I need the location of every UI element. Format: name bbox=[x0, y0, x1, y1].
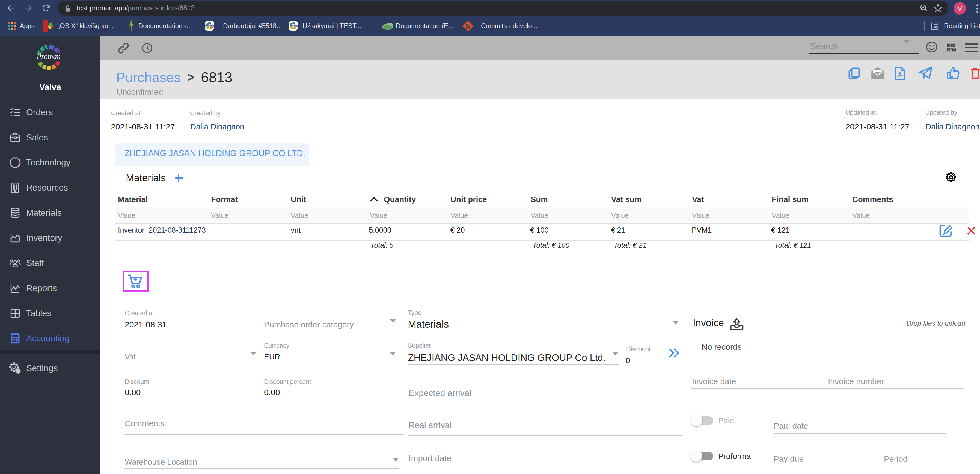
svg-text:Proman: Proman bbox=[36, 52, 60, 60]
svg-text:Proman: Proman bbox=[205, 24, 214, 27]
svg-text:Proman: Proman bbox=[288, 24, 298, 27]
